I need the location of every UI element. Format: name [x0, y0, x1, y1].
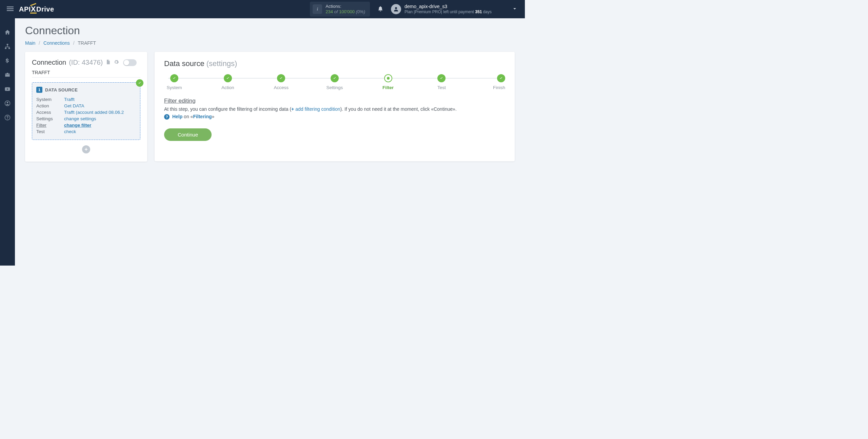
- file-icon: [105, 59, 111, 65]
- step-label: Access: [274, 85, 289, 90]
- user-name: demo_apix-drive_s3: [405, 4, 492, 9]
- help-link[interactable]: Help: [172, 114, 182, 119]
- check-icon: [499, 76, 503, 80]
- step-label: Test: [437, 85, 446, 90]
- ds-row: Filterchange filter: [36, 122, 136, 128]
- crumb-main[interactable]: Main: [25, 40, 35, 46]
- user-menu[interactable]: demo_apix-drive_s3 Plan |Premium PRO| le…: [391, 4, 492, 14]
- user-circle-icon: [4, 100, 11, 106]
- topbar: APIXDrive i Actions: 234 of 100'000 (0%)…: [0, 0, 525, 18]
- question-icon: [4, 114, 11, 121]
- step-label: Action: [221, 85, 234, 90]
- check-icon: [138, 81, 142, 85]
- nav-billing[interactable]: [0, 54, 15, 68]
- actions-label: Actions:: [326, 4, 365, 9]
- help-topic[interactable]: Filtering: [193, 114, 212, 119]
- nav-home[interactable]: [0, 25, 15, 39]
- section-title: Filter editing: [164, 98, 505, 104]
- ds-row: AccessTrafft (account added 08.06.2: [36, 109, 136, 116]
- ds-row-value[interactable]: Trafft (account added 08.06.2: [64, 110, 136, 115]
- nav-help[interactable]: [0, 110, 15, 125]
- add-filter-link[interactable]: add filtering condition: [294, 106, 340, 112]
- nav-account[interactable]: [0, 96, 15, 110]
- svg-rect-4: [7, 44, 8, 45]
- continue-button[interactable]: Continue: [164, 128, 212, 141]
- ds-row-label: System: [36, 97, 64, 102]
- logo[interactable]: APIXDrive: [19, 5, 54, 14]
- connection-title: Connection: [32, 59, 66, 66]
- step-filter[interactable]: Filter: [378, 74, 398, 90]
- crumb-current: TRAFFT: [78, 40, 96, 46]
- step-label: Finish: [493, 85, 505, 90]
- actions-value: 234 of 100'000 (0%): [326, 9, 365, 15]
- ds-row-label: Test: [36, 129, 64, 134]
- step-label: Filter: [382, 85, 394, 90]
- gear-icon: [114, 59, 119, 65]
- home-icon: [4, 29, 11, 35]
- nav-video[interactable]: [0, 82, 15, 96]
- settings-title: Data source (settings): [164, 59, 505, 68]
- check-icon: [439, 76, 443, 80]
- step-label: System: [166, 85, 182, 90]
- briefcase-icon: [4, 72, 11, 78]
- connection-toggle[interactable]: [123, 59, 137, 66]
- copy-button[interactable]: [105, 59, 111, 66]
- hamburger-icon: [7, 5, 14, 12]
- ds-row-label: Settings: [36, 116, 64, 121]
- breadcrumb: Main / Connections / TRAFFT: [25, 40, 515, 46]
- menu-toggle[interactable]: [4, 3, 16, 16]
- ds-row-value[interactable]: Get DATA: [64, 103, 136, 108]
- user-menu-toggle[interactable]: [492, 6, 521, 13]
- side-nav: [0, 18, 15, 266]
- info-icon: i: [313, 4, 322, 14]
- user-icon: [393, 6, 399, 12]
- nav-connections[interactable]: [0, 39, 15, 54]
- bell-icon: [377, 6, 383, 12]
- svg-rect-5: [5, 48, 7, 49]
- ds-row-value[interactable]: check: [64, 129, 136, 134]
- svg-point-3: [395, 7, 397, 9]
- check-icon: [172, 76, 176, 80]
- ds-row: Settingschange settings: [36, 116, 136, 122]
- step-access[interactable]: Access: [271, 74, 291, 90]
- step-settings[interactable]: Settings: [324, 74, 345, 90]
- ds-row: Testcheck: [36, 128, 136, 135]
- connection-card: Connection (ID: 43476) TRAFFT 1 DATA SOU…: [25, 52, 147, 162]
- ds-row-value[interactable]: change settings: [64, 116, 136, 121]
- block-title: DATA SOURCE: [45, 87, 78, 92]
- ds-row-value[interactable]: Trafft: [64, 97, 136, 102]
- svg-point-11: [7, 119, 8, 119]
- ds-row-value[interactable]: change filter: [64, 123, 136, 128]
- stepper: SystemActionAccessSettingsFilterTestFini…: [164, 74, 505, 90]
- ds-row: SystemTrafft: [36, 96, 136, 103]
- chevron-down-icon: [512, 6, 517, 12]
- notifications-button[interactable]: [377, 6, 383, 13]
- settings-button[interactable]: [114, 59, 119, 66]
- page-title: Connection: [25, 24, 515, 37]
- check-icon: [333, 76, 337, 80]
- step-action[interactable]: Action: [218, 74, 238, 90]
- block-complete-badge: [136, 79, 143, 87]
- actions-counter[interactable]: i Actions: 234 of 100'000 (0%): [310, 2, 370, 16]
- help-icon: ?: [164, 114, 170, 120]
- svg-rect-2: [7, 10, 14, 11]
- ds-row-label: Access: [36, 110, 64, 115]
- dollar-icon: [4, 58, 11, 64]
- help-row: ? Help on «Filtering»: [164, 114, 505, 120]
- block-number: 1: [36, 87, 42, 93]
- ds-row-label: Filter: [36, 123, 64, 128]
- section-description: At this step, you can configure the filt…: [164, 106, 505, 112]
- data-source-block[interactable]: 1 DATA SOURCE SystemTrafftActionGet DATA…: [32, 82, 140, 140]
- step-finish[interactable]: Finish: [485, 74, 505, 90]
- ds-row: ActionGet DATA: [36, 103, 136, 109]
- check-icon: [226, 76, 230, 80]
- ds-row-label: Action: [36, 103, 64, 108]
- nav-marketplace[interactable]: [0, 68, 15, 82]
- svg-rect-6: [8, 48, 10, 49]
- step-test[interactable]: Test: [431, 74, 452, 90]
- check-icon: [279, 76, 283, 80]
- add-block-button[interactable]: +: [82, 145, 90, 153]
- step-system[interactable]: System: [164, 74, 184, 90]
- settings-card: Data source (settings) SystemActionAcces…: [155, 52, 515, 161]
- crumb-connections[interactable]: Connections: [43, 40, 70, 46]
